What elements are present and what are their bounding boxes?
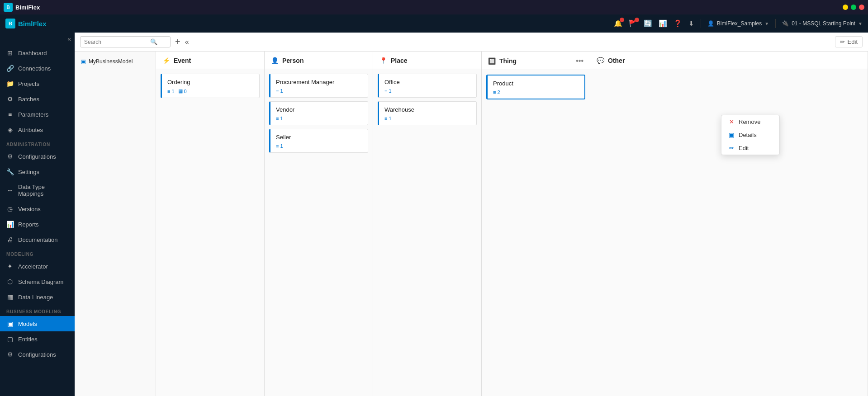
cards-area: ⚡ Event Ordering ≡ 1 xyxy=(156,52,868,396)
sidebar-item-entities[interactable]: ▢ Entities xyxy=(0,331,75,347)
models-icon: ▣ xyxy=(6,320,14,327)
sidebar-item-projects[interactable]: 📁 Projects xyxy=(0,76,75,91)
card-warehouse[interactable]: Warehouse ≡ 1 xyxy=(378,101,477,125)
user-menu[interactable]: 👤 BimlFlex_Samples ▼ xyxy=(707,20,769,27)
card-seller[interactable]: Seller ≡ 1 xyxy=(269,129,368,153)
details-icon: ▣ xyxy=(728,132,735,138)
column-person: 👤 Person Procurement Manager ≡ 1 xyxy=(265,52,373,396)
search-input[interactable] xyxy=(84,39,147,45)
thing-col-more-button[interactable]: ••• xyxy=(576,57,583,65)
app-logo-small: B xyxy=(4,3,13,12)
content-toolbar: 🔍 + « ✏ Edit xyxy=(75,33,868,52)
accelerator-icon: ✦ xyxy=(6,263,14,270)
card-procurement-manager[interactable]: Procurement Manager ≡ 1 xyxy=(269,74,368,98)
meta-icon-seller: ≡ xyxy=(276,143,279,149)
add-button[interactable]: + xyxy=(175,37,180,47)
meta-icon-warehouse: ≡ xyxy=(384,116,387,121)
close-button[interactable] xyxy=(859,5,864,10)
tree-item-icon: ▣ xyxy=(81,58,86,65)
column-header-thing: 🔲 Thing ••• xyxy=(482,52,590,70)
sidebar-item-versions[interactable]: ◷ Versions xyxy=(0,201,75,217)
sidebar-item-parameters[interactable]: ≡ Parameters xyxy=(0,107,75,122)
sidebar-item-connections[interactable]: 🔗 Connections xyxy=(0,61,75,76)
event-col-title: Event xyxy=(174,57,191,64)
sidebar-item-settings[interactable]: 🔧 Settings xyxy=(0,164,75,179)
card-proc-name: Procurement Manager xyxy=(276,79,362,85)
sidebar-item-models[interactable]: ▣ Models xyxy=(0,316,75,331)
notifications-icon[interactable]: 🔔 xyxy=(614,19,622,28)
place-col-title: Place xyxy=(391,57,408,64)
card-ordering[interactable]: Ordering ≡ 1 ▦ 0 xyxy=(161,74,260,98)
batches-icon: ⚙ xyxy=(6,95,14,103)
sidebar-item-batches[interactable]: ⚙ Batches xyxy=(0,91,75,107)
sidebar-item-attributes[interactable]: ◈ Attributes xyxy=(0,122,75,137)
sidebar-item-label: Parameters xyxy=(18,111,48,118)
search-box[interactable]: 🔍 xyxy=(80,36,171,47)
sidebar-item-label: Data Lineage xyxy=(18,294,53,301)
card-office[interactable]: Office ≡ 1 xyxy=(378,74,477,98)
card-vendor[interactable]: Vendor ≡ 1 xyxy=(269,101,368,125)
env-icon: 🔌 xyxy=(782,20,789,27)
card-warehouse-name: Warehouse xyxy=(384,106,471,113)
meta-icon-proc: ≡ xyxy=(276,88,279,94)
meta-count-vendor: ≡ 1 xyxy=(276,116,283,121)
brand-logo: B xyxy=(5,19,15,28)
meta-count-office: ≡ 1 xyxy=(384,88,392,94)
modeling-section-title: MODELING xyxy=(0,247,75,259)
context-menu-edit[interactable]: ✏ Edit xyxy=(721,141,779,155)
sidebar-item-label: Models xyxy=(18,321,37,327)
sidebar-item-accelerator[interactable]: ✦ Accelerator xyxy=(0,259,75,274)
sidebar-item-dashboard[interactable]: ⊞ Dashboard xyxy=(0,45,75,61)
environment-menu[interactable]: 🔌 01 - MSSQL Starting Point ▼ xyxy=(782,20,863,27)
search-icon[interactable]: 🔍 xyxy=(150,38,157,45)
refresh-icon[interactable]: 🔄 xyxy=(644,19,652,28)
sidebar-item-data-type-mappings[interactable]: ↔ Data Type Mappings xyxy=(0,179,75,201)
toolbar-right-actions: ✏ Edit xyxy=(835,36,863,47)
context-menu-details-label: Details xyxy=(739,132,757,138)
sidebar-item-label: Dashboard xyxy=(18,50,47,57)
sidebar-item-configurations[interactable]: ⚙ Configurations xyxy=(0,149,75,164)
meta-val-product: 2 xyxy=(497,90,500,95)
configurations-icon: ⚙ xyxy=(6,153,14,160)
help-icon[interactable]: ❓ xyxy=(674,19,682,28)
sidebar-item-data-lineage[interactable]: ▦ Data Lineage xyxy=(0,289,75,305)
context-menu-remove[interactable]: ✕ Remove xyxy=(721,115,779,128)
sidebar-toggle-area: « xyxy=(0,33,75,45)
card-seller-name: Seller xyxy=(276,134,362,141)
maximize-button[interactable] xyxy=(851,5,856,10)
card-product[interactable]: Product ≡ 2 xyxy=(486,75,585,99)
tree-item-my-business-model[interactable]: ▣ MyBusinessModel xyxy=(78,56,152,67)
app-title: BimlFlex xyxy=(15,4,40,11)
context-menu-details[interactable]: ▣ Details xyxy=(721,128,779,141)
edit-pencil-icon: ✏ xyxy=(840,38,845,45)
card-proc-meta: ≡ 1 xyxy=(276,88,362,94)
notification-badge xyxy=(620,18,624,22)
meta-val-1: 1 xyxy=(171,89,174,94)
sidebar-item-bm-configurations[interactable]: ⚙ Configurations xyxy=(0,347,75,362)
minimize-button[interactable] xyxy=(843,5,848,10)
person-col-title: Person xyxy=(282,57,304,64)
edit-button[interactable]: ✏ Edit xyxy=(835,36,863,47)
sidebar-item-label: Entities xyxy=(18,336,38,343)
download-icon[interactable]: ⬇ xyxy=(688,19,694,28)
thing-col-title: Thing xyxy=(499,57,517,65)
sidebar-item-schema-diagram[interactable]: ⬡ Schema Diagram xyxy=(0,274,75,289)
toolbar-divider xyxy=(701,19,701,28)
meta-count-1: ≡ 1 xyxy=(167,89,175,94)
meta-icon-1: ≡ xyxy=(167,89,170,94)
meta-val-office: 1 xyxy=(389,88,391,94)
meta-icon-product: ≡ xyxy=(493,90,496,95)
thing-col-icon: 🔲 xyxy=(488,57,496,65)
column-other: 💬 Other xyxy=(590,52,868,396)
flags-icon[interactable]: 🚩 xyxy=(629,19,637,28)
card-vendor-meta: ≡ 1 xyxy=(276,116,362,121)
tree-panel: ▣ MyBusinessModel xyxy=(75,52,156,396)
metrics-icon[interactable]: 📊 xyxy=(659,19,667,28)
sidebar-item-label: Accelerator xyxy=(18,263,48,270)
sidebar-item-reports[interactable]: 📊 Reports xyxy=(0,217,75,232)
meta-val-warehouse: 1 xyxy=(389,116,391,121)
collapse-sidebar-button[interactable]: « xyxy=(67,35,71,42)
collapse-button[interactable]: « xyxy=(185,38,189,46)
sidebar-item-documentation[interactable]: 🖨 Documentation xyxy=(0,232,75,247)
remove-icon: ✕ xyxy=(728,118,735,125)
